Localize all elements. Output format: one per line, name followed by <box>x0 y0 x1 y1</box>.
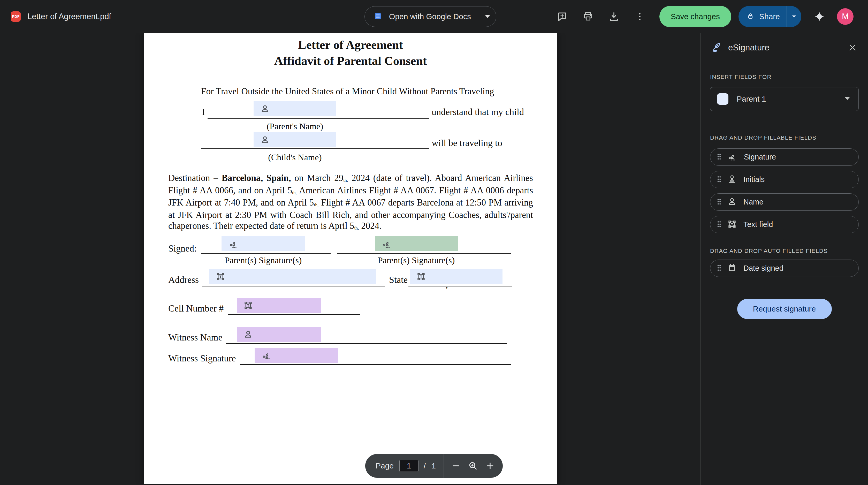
text-field-icon <box>727 219 737 230</box>
pdf-badge-label: PDF <box>12 14 20 19</box>
print-icon <box>582 11 594 22</box>
parent-name-caption: (Parent's Name) <box>254 122 336 131</box>
more-vertical-icon <box>634 11 645 22</box>
download-icon <box>608 11 620 22</box>
zoom-in-button[interactable] <box>482 454 499 478</box>
zoom-out-button[interactable] <box>447 454 465 478</box>
intro-suffix: understand that my child <box>432 107 524 117</box>
person-icon <box>727 196 737 208</box>
file-info: PDF Letter of Agreement.pdf <box>11 11 111 22</box>
avatar-initial: M <box>842 12 848 21</box>
name-field-witness[interactable] <box>237 327 321 342</box>
signer-select[interactable]: Parent 1 <box>710 87 859 111</box>
witness-signature-line <box>240 364 511 365</box>
share-label: Share <box>759 12 780 21</box>
drag-handle-icon <box>716 220 722 229</box>
text-field-address[interactable] <box>209 269 376 284</box>
open-with-google-docs-button[interactable]: Open with Google Docs <box>365 6 496 27</box>
print-button[interactable] <box>582 10 594 23</box>
signature-caption-right: Parent(s) Signature(s) <box>375 255 458 265</box>
person-icon <box>260 135 270 145</box>
page-number-input[interactable] <box>399 460 418 472</box>
text-field-cell-number[interactable] <box>237 298 321 313</box>
pdf-file-icon: PDF <box>11 11 21 22</box>
state-label: State <box>389 274 408 285</box>
child-line-suffix: will be traveling to <box>432 138 502 148</box>
doc-title-line2: Affidavit of Parental Consent <box>144 54 557 68</box>
panel-title: eSignature <box>728 43 770 53</box>
signature-field-parent1[interactable] <box>221 236 305 251</box>
request-signature-button[interactable]: Request signature <box>737 299 832 319</box>
open-with-main-action[interactable]: Open with Google Docs <box>365 6 479 27</box>
download-button[interactable] <box>608 10 620 23</box>
account-avatar[interactable]: M <box>837 8 854 25</box>
drag-handle-icon <box>716 175 722 184</box>
child-name-line <box>202 148 429 149</box>
gemini-button[interactable] <box>813 10 826 23</box>
open-with-label: Open with Google Docs <box>389 12 471 21</box>
add-comment-button[interactable] <box>556 10 568 23</box>
initials-stamp-icon <box>727 174 737 185</box>
text-field-state[interactable] <box>410 269 502 284</box>
esignature-panel: eSignature INSERT FIELDS FOR Parent 1 DR… <box>701 33 868 485</box>
person-icon <box>243 329 253 339</box>
plus-icon <box>486 461 495 471</box>
signer-selected-value: Parent 1 <box>737 95 766 103</box>
drag-handle-icon <box>716 153 722 161</box>
signature-line-right <box>337 253 511 253</box>
drag-field-label: Initials <box>743 175 765 184</box>
add-comment-icon <box>557 11 568 22</box>
chevron-down-icon <box>792 15 797 18</box>
drag-field-signature[interactable]: Signature <box>710 148 859 166</box>
close-icon <box>848 43 857 52</box>
address-line <box>202 286 384 286</box>
zoom-tool-button[interactable] <box>465 454 482 478</box>
signature-icon <box>381 238 393 249</box>
page-total: 1 <box>431 461 436 470</box>
share-dropdown-caret[interactable] <box>787 6 801 27</box>
signature-field-witness[interactable] <box>255 348 338 363</box>
doc-title-line1: Letter of Agreement <box>144 38 557 52</box>
signature-icon <box>228 238 240 249</box>
page-separator: / <box>424 461 426 470</box>
page-label: Page <box>376 461 394 470</box>
signature-caption-left: Parent(s) Signature(s) <box>221 255 305 265</box>
name-field-parent1-child[interactable] <box>254 132 336 147</box>
address-label: Address <box>168 274 199 285</box>
calendar-icon <box>727 263 737 274</box>
panel-divider <box>701 62 868 62</box>
share-button[interactable]: Share <box>739 6 786 27</box>
parent-name-line <box>208 118 429 119</box>
close-panel-button[interactable] <box>846 41 859 54</box>
more-options-button[interactable] <box>633 10 646 23</box>
drag-field-date-signed[interactable]: Date signed <box>710 260 859 277</box>
drag-field-label: Text field <box>743 220 773 229</box>
drag-handle-icon <box>716 198 722 207</box>
name-field-parent1[interactable] <box>254 101 336 116</box>
drag-field-label: Signature <box>744 153 776 161</box>
witness-name-label: Witness Name <box>168 332 222 343</box>
esignature-pen-icon <box>710 41 722 54</box>
sparkle-icon <box>814 11 825 22</box>
magnifier-plus-icon <box>468 461 478 471</box>
cell-number-line <box>228 314 360 315</box>
signer-color-swatch <box>717 93 728 105</box>
drag-field-initials[interactable]: Initials <box>710 171 859 188</box>
text-field-icon <box>416 271 426 282</box>
document-filename: Letter of Agreement.pdf <box>27 12 111 21</box>
child-name-caption: (Child's Name) <box>254 153 336 162</box>
signature-field-parent2[interactable] <box>375 236 458 251</box>
intro-prefix: I <box>202 107 205 117</box>
fillable-fields-header: DRAG AND DROP FILLABLE FIELDS <box>710 134 859 141</box>
toolbar-divider <box>443 454 444 478</box>
topbar: PDF Letter of Agreement.pdf Open with Go… <box>0 0 868 33</box>
drag-field-label: Name <box>743 198 763 206</box>
drag-field-text-field[interactable]: Text field <box>710 216 859 233</box>
save-changes-button[interactable]: Save changes <box>659 6 731 27</box>
page-toolbar: Page / 1 <box>365 454 503 478</box>
open-with-dropdown-caret[interactable] <box>479 6 496 27</box>
drag-field-name[interactable]: Name <box>710 193 859 211</box>
panel-divider <box>701 123 868 123</box>
signature-icon <box>727 151 738 163</box>
drag-handle-icon <box>716 264 722 273</box>
